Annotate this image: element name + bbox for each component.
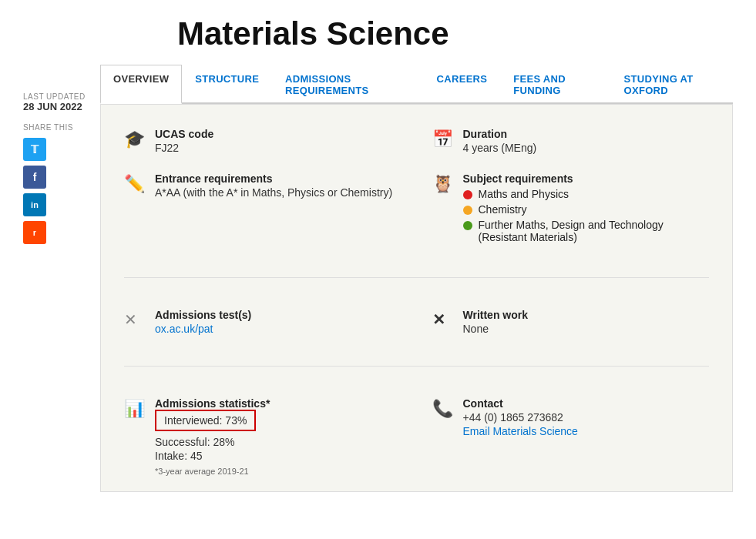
ucas-row: 🎓 UCAS code FJ22	[124, 128, 402, 154]
linkedin-icon: in	[31, 200, 39, 209]
duration-row: 📅 Duration 4 years (MEng)	[432, 128, 710, 154]
graduation-icon: 🎓	[124, 129, 146, 149]
written-work-label: Written work	[463, 309, 529, 321]
share-label: SHARE THIS	[23, 123, 92, 132]
green-dot	[463, 221, 472, 230]
tab-fees-funding[interactable]: FEES AND FUNDING	[500, 65, 610, 104]
phone-icon: 📞	[432, 399, 454, 419]
subject-req-item-2: Chemistry	[463, 203, 710, 216]
spacer-icon: ✕	[124, 310, 146, 329]
tab-studying-oxford[interactable]: STUDYING AT OXFORD	[611, 65, 733, 104]
admissions-test-row: ✕ Admissions test(s) ox.ac.uk/pat	[124, 309, 402, 335]
twitter-icon: 𝕋	[31, 143, 39, 156]
ucas-label: UCAS code	[155, 128, 213, 140]
subject-req-label: Subject requirements	[463, 172, 710, 185]
stats-note: *3-year average 2019-21	[155, 467, 270, 476]
duration-label: Duration	[463, 128, 537, 140]
admissions-stats-label: Admissions statistics*	[155, 397, 270, 410]
main-content: Materials Science OVERVIEW STRUCTURE ADM…	[100, 15, 733, 492]
orange-dot	[463, 206, 472, 215]
entrance-value: A*AA (with the A* in Maths, Physics or C…	[155, 186, 392, 199]
subject-req-text-3: Further Maths, Design and Technology (Re…	[479, 219, 710, 243]
subject-req-list: Maths and Physics Chemistry Further Math…	[463, 188, 710, 243]
red-dot	[463, 190, 472, 199]
interviewed-text: Interviewed: 73%	[164, 414, 247, 427]
entrance-row: ✏️ Entrance requirements A*AA (with the …	[124, 172, 402, 246]
subject-req-text-2: Chemistry	[479, 203, 527, 216]
interviewed-box: Interviewed: 73%	[155, 410, 256, 431]
contact-email-wrapper: Email Materials Science	[463, 425, 578, 437]
info-grid: 🎓 UCAS code FJ22 📅 Duration 4 years (MEn…	[124, 128, 709, 476]
subject-req-item-3: Further Maths, Design and Technology (Re…	[463, 219, 710, 243]
reddit-share-button[interactable]: r	[23, 221, 46, 244]
facebook-icon: f	[33, 171, 37, 183]
admissions-test-value: ox.ac.uk/pat	[155, 323, 251, 335]
admissions-test-link[interactable]: ox.ac.uk/pat	[155, 323, 213, 335]
contact-phone: +44 (0) 1865 273682	[463, 411, 578, 424]
reddit-icon: r	[33, 228, 36, 237]
sidebar: LAST UPDATED 28 JUN 2022 SHARE THIS 𝕋 f …	[23, 92, 92, 244]
admissions-stats-row: 📊 Admissions statistics* Interviewed: 73…	[124, 397, 402, 476]
subject-req-row: 🦉 Subject requirements Maths and Physics…	[432, 172, 710, 246]
tab-admissions-requirements[interactable]: ADMISSIONS REQUIREMENTS	[272, 65, 424, 104]
linkedin-share-button[interactable]: in	[23, 193, 46, 216]
calendar-icon: 📅	[432, 129, 454, 149]
written-work-row: ✕ Written work None	[432, 309, 710, 335]
admissions-test-label: Admissions test(s)	[155, 309, 251, 321]
entrance-label: Entrance requirements	[155, 172, 392, 185]
divider-2	[124, 366, 709, 367]
intake-text: Intake: 45	[155, 450, 270, 462]
ucas-value: FJ22	[155, 142, 213, 154]
written-work-value: None	[463, 323, 529, 335]
last-updated-date: 28 JUN 2022	[23, 101, 92, 112]
contact-email-link[interactable]: Email Materials Science	[463, 425, 578, 437]
tabs-bar: OVERVIEW STRUCTURE ADMISSIONS REQUIREMEN…	[100, 65, 733, 104]
last-updated-label: LAST UPDATED	[23, 92, 92, 101]
pencil-icon: ✏️	[124, 174, 146, 194]
duration-value: 4 years (MEng)	[463, 142, 537, 154]
tab-overview[interactable]: OVERVIEW	[100, 65, 182, 104]
contact-label: Contact	[463, 397, 578, 410]
page-title: Materials Science	[177, 15, 733, 52]
facebook-share-button[interactable]: f	[23, 166, 46, 189]
cross-icon: ✕	[432, 310, 454, 329]
divider-1	[124, 277, 709, 278]
twitter-share-button[interactable]: 𝕋	[23, 138, 46, 161]
social-icons-list: 𝕋 f in r	[23, 138, 92, 244]
owl-icon: 🦉	[432, 174, 454, 194]
successful-text: Successful: 28%	[155, 436, 270, 448]
contact-row: 📞 Contact +44 (0) 1865 273682 Email Mate…	[432, 397, 710, 476]
subject-req-text-1: Maths and Physics	[479, 188, 570, 200]
bar-chart-icon: 📊	[124, 399, 146, 419]
info-panel: 🎓 UCAS code FJ22 📅 Duration 4 years (MEn…	[100, 104, 733, 492]
tab-structure[interactable]: STRUCTURE	[182, 65, 272, 104]
subject-req-item-1: Maths and Physics	[463, 188, 710, 200]
tab-careers[interactable]: CAREERS	[424, 65, 501, 104]
